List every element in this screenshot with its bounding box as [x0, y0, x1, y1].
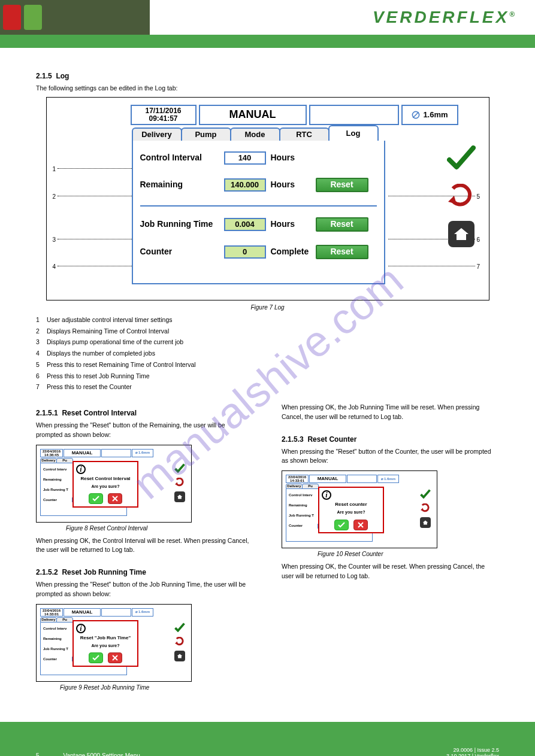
popup-cancel-button[interactable] — [108, 493, 122, 504]
section-title: 2.1.5 Log — [36, 71, 499, 81]
right-column: When pressing OK, the Job Running Time w… — [282, 403, 497, 692]
green-bar — [0, 35, 535, 48]
tab-bar: Delivery Pump Mode RTC Log — [132, 127, 490, 141]
home-button[interactable] — [448, 221, 474, 247]
sec2152-after: When pressing OK, the Job Running Time w… — [282, 403, 497, 422]
popup-cancel-button[interactable] — [108, 652, 122, 663]
popup-title: Reset "Job Run Time" — [80, 634, 131, 642]
info-icon: i — [76, 624, 86, 633]
info-icon: i — [322, 490, 331, 500]
legend-num-2: 2 — [53, 192, 56, 201]
control-interval-value[interactable]: 140 — [224, 151, 266, 165]
tab-mode[interactable]: Mode — [230, 127, 280, 141]
sec2153-title: 2.1.5.3 Reset Counter — [282, 434, 497, 445]
home-icon — [453, 226, 470, 242]
popup-title: Reset counter — [335, 501, 367, 508]
legend-num-3: 3 — [53, 235, 56, 244]
popup-reset-counter: i Reset counter Are you sure? — [318, 487, 384, 533]
job-running-value: 0.004 — [224, 218, 266, 231]
footer-page: 5 — [36, 752, 40, 757]
leader-1 — [58, 168, 135, 169]
figure-7-caption: Figure 7 Log — [36, 303, 499, 312]
leader-3 — [58, 239, 135, 239]
job-running-row: Job Running Time 0.004 Hours Reset — [140, 217, 377, 232]
info-icon: i — [76, 464, 86, 474]
columns: 2.1.5.1 Reset Control Interval When pres… — [36, 403, 499, 692]
popup-ok-button[interactable] — [334, 520, 349, 530]
popup-question: Are you sure? — [91, 643, 119, 649]
sec2152-title: 2.1.5.2 Reset Job Running Time — [36, 567, 252, 578]
counter-unit: Complete — [271, 245, 316, 258]
panel-divider — [140, 205, 377, 207]
sec2153-text: When pressing the "Reset" button of the … — [282, 447, 497, 466]
remaining-value: 140.000 — [224, 178, 266, 192]
footer: 5 Vantage 5000 Settings Menu 29.0006 | I… — [0, 722, 535, 757]
job-running-reset-button[interactable]: Reset — [316, 217, 368, 232]
popup-title: Reset Control Interval — [80, 475, 130, 482]
tab-delivery[interactable]: Delivery — [132, 127, 182, 141]
intro-text: The following settings can be edited in … — [36, 84, 499, 93]
control-interval-label: Control Interval — [140, 151, 224, 164]
accept-icon[interactable] — [447, 145, 476, 171]
mini-home-icon — [174, 651, 185, 661]
remaining-reset-button[interactable]: Reset — [316, 178, 368, 192]
figure-10: 22/04/201614:33:01 MANUAL ⌀1.6mm Deliver… — [282, 470, 437, 548]
mini-blank — [101, 449, 131, 457]
mode-title: MANUAL — [199, 105, 307, 125]
top-bar: 17/11/201609:41:57 MANUAL 1.6mm — [131, 105, 490, 125]
mini-home-icon — [174, 491, 185, 502]
remaining-label: Remaining — [140, 178, 224, 191]
mini-side-icons — [174, 463, 185, 502]
mini-accept-icon — [420, 489, 431, 499]
figure-8-caption: Figure 8 Reset Control Interval — [66, 524, 252, 533]
popup-cancel-button[interactable] — [353, 520, 368, 530]
sec2151-text: When pressing the "Reset" button of the … — [36, 421, 252, 440]
mini-home-icon — [420, 517, 431, 528]
legend-list: 1User adjustable control interval timer … — [36, 315, 499, 392]
redo-icon[interactable] — [448, 184, 474, 208]
blank-box — [309, 105, 399, 125]
leader-4 — [58, 266, 135, 266]
control-interval-row: Control Interval 140 Hours — [140, 151, 377, 165]
sec2151-after: When pressing OK, the Control Interval w… — [36, 536, 252, 555]
tab-pump[interactable]: Pump — [181, 127, 231, 141]
legend-num-4: 4 — [53, 262, 56, 271]
legend-num-1: 1 — [53, 165, 56, 174]
popup-question: Are you sure? — [91, 484, 119, 490]
popup-ok-button[interactable] — [89, 652, 103, 663]
job-running-label: Job Running Time — [140, 218, 224, 230]
popup-reset-control: i Reset Control Interval Are you sure? — [72, 461, 138, 508]
tab-log[interactable]: Log — [328, 125, 379, 141]
sec2153-after: When pressing OK, the Counter will be re… — [282, 562, 497, 581]
mini-datetime: 22/04/201614:36:45 — [40, 449, 63, 457]
counter-reset-button[interactable]: Reset — [316, 245, 368, 259]
svg-line-1 — [413, 112, 419, 118]
mini-title: MANUAL — [64, 449, 101, 457]
figure-7: 1 2 3 4 5 6 7 17/11/201609:41:57 MANUAL … — [46, 97, 489, 300]
content: 2.1.5 Log The following settings can be … — [0, 48, 535, 710]
figure-9: 22/04/201614:33:01 MANUAL ⌀1.6mm Deliver… — [36, 604, 192, 682]
footer-title: Vantage 5000 Settings Menu — [64, 752, 447, 757]
figure-8: 22/04/201614:36:45 MANUAL ⌀1.6mm Deliver… — [36, 445, 192, 523]
counter-label: Counter — [140, 245, 224, 258]
diameter-icon — [411, 110, 421, 120]
tube-size-box[interactable]: 1.6mm — [401, 105, 458, 125]
counter-value: 0 — [224, 245, 266, 259]
brand-logo: VERDERFLEX® — [373, 8, 517, 27]
popup-ok-button[interactable] — [89, 493, 103, 504]
remaining-unit: Hours — [271, 178, 316, 191]
hmi-screen: 17/11/201609:41:57 MANUAL 1.6mm Delivery… — [131, 105, 490, 284]
mini-tube: ⌀1.6mm — [132, 449, 153, 457]
popup-reset-jobruntime: i Reset "Job Run Time" Are you sure? — [72, 620, 138, 667]
side-action-buttons — [447, 145, 476, 247]
popup-question: Are you sure? — [337, 509, 365, 516]
tab-rtc[interactable]: RTC — [279, 127, 330, 141]
mini-tab-pump: Pu — [56, 458, 73, 463]
header: VERDERFLEX® — [0, 0, 535, 35]
job-running-unit: Hours — [271, 218, 316, 230]
sec2151-title: 2.1.5.1 Reset Control Interval — [36, 408, 252, 418]
left-column: 2.1.5.1 Reset Control Interval When pres… — [36, 403, 252, 692]
figure-10-caption: Figure 10 Reset Counter — [318, 549, 497, 558]
control-interval-unit: Hours — [271, 151, 316, 164]
remaining-row: Remaining 140.000 Hours Reset — [140, 178, 377, 192]
